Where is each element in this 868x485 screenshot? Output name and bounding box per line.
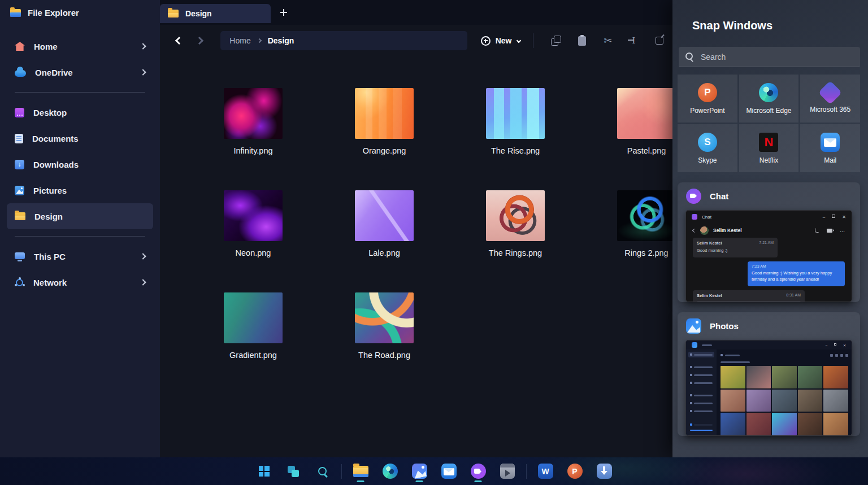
photos-icon: [412, 464, 427, 479]
photo-mosaic: [721, 366, 848, 435]
chat-window-preview[interactable]: Chat – ✕ Selim Kestel: [685, 210, 852, 302]
file-thumbnail: [617, 88, 676, 139]
file-name: Neon.png: [236, 248, 271, 257]
tab-design[interactable]: Design: [160, 4, 271, 23]
app-label: Netflix: [760, 156, 778, 164]
taskbar-chat[interactable]: [467, 460, 489, 483]
file-item-the-rise[interactable]: The Rise.png: [450, 88, 581, 155]
file-item-infinity[interactable]: Infinity.png: [188, 88, 319, 155]
photo-thumbnail: [747, 390, 771, 412]
copy-button[interactable]: [546, 31, 566, 50]
snap-photos-card: Photos – ✕: [678, 312, 860, 436]
forward-icon: [195, 37, 203, 45]
skype-icon: S: [698, 133, 717, 152]
sidebar-item-label: This PC: [34, 252, 66, 261]
file-item-neon[interactable]: Neon.png: [188, 190, 319, 257]
taskbar-file-explorer[interactable]: [350, 460, 371, 483]
chat-message-sent: 7:23 AM Good morning :) Wishing you a ve…: [748, 261, 845, 286]
chat-message-received: Selim Kestel 7:21 AM Good morning :): [693, 238, 778, 257]
message-time: 8:31 AM: [786, 293, 801, 298]
share-icon: [656, 37, 663, 45]
snap-app-powerpoint[interactable]: P PowerPoint: [678, 75, 737, 123]
sidebar-item-network[interactable]: Network: [7, 269, 153, 295]
photo-thumbnail: [772, 390, 797, 412]
sidebar-item-onedrive[interactable]: OneDrive: [7, 59, 153, 85]
sidebar-item-this-pc[interactable]: This PC: [7, 243, 153, 269]
cut-button[interactable]: [598, 31, 618, 50]
snap-app-edge[interactable]: Microsoft Edge: [739, 75, 799, 123]
back-button[interactable]: [169, 30, 189, 51]
chat-contact-row: Selim Kestel: [686, 223, 852, 238]
taskbar-media-player[interactable]: [497, 460, 518, 483]
taskbar-search-button[interactable]: [312, 460, 333, 483]
sidebar-item-pictures[interactable]: Pictures: [7, 177, 153, 203]
desktop-screen: File Explorer Home OneDrive Desktop Docu…: [0, 0, 868, 485]
mail-icon: [821, 133, 840, 152]
snap-search-box[interactable]: [679, 47, 860, 67]
snap-app-skype[interactable]: S Skype: [678, 124, 737, 172]
start-button[interactable]: [253, 460, 275, 483]
file-name: The Rise.png: [491, 146, 540, 155]
taskbar-edge[interactable]: [379, 460, 401, 483]
app-label: Microsoft Edge: [746, 107, 791, 115]
photo-thumbnail: [747, 366, 771, 388]
paste-button[interactable]: [572, 31, 592, 50]
sidebar: File Explorer Home OneDrive Desktop Docu…: [0, 0, 160, 457]
file-item-gradient[interactable]: Gradient.png: [188, 292, 319, 360]
file-item-lale[interactable]: Lale.png: [319, 190, 450, 257]
share-button[interactable]: [650, 31, 669, 50]
sidebar-item-desktop[interactable]: Desktop: [7, 99, 153, 125]
file-name: The Rings.png: [489, 248, 542, 257]
forward-button[interactable]: [189, 30, 210, 51]
taskbar-installer[interactable]: [593, 460, 615, 483]
edge-icon: [759, 83, 778, 102]
downloads-icon: [15, 160, 24, 169]
photos-main: [717, 349, 852, 435]
snap-app-microsoft-365[interactable]: Microsoft 365: [800, 75, 860, 123]
chevron-right-icon[interactable]: [140, 279, 146, 285]
photo-thumbnail: [747, 413, 771, 435]
rename-icon: [632, 35, 636, 46]
file-item-the-road[interactable]: The Road.png: [319, 292, 450, 360]
maximize-icon: [832, 215, 835, 218]
file-thumbnail: [486, 190, 545, 241]
back-icon: [175, 37, 183, 45]
photos-sidebar-item: [688, 400, 714, 406]
chevron-right-icon[interactable]: [140, 253, 146, 259]
snap-chat-card: Chat Chat – ✕ Selim Kestel: [678, 182, 860, 302]
snap-app-mail[interactable]: Mail: [800, 124, 860, 172]
sidebar-item-design[interactable]: Design: [7, 203, 153, 229]
file-item-the-rings[interactable]: The Rings.png: [450, 190, 581, 257]
sidebar-item-home[interactable]: Home: [7, 33, 153, 59]
edge-icon: [383, 464, 398, 479]
file-item-orange[interactable]: Orange.png: [319, 88, 450, 155]
breadcrumb-design[interactable]: Design: [268, 36, 294, 45]
chat-section-header: Chat: [678, 182, 860, 209]
pictures-icon: [15, 186, 24, 195]
sidebar-item-downloads[interactable]: Downloads: [7, 151, 153, 177]
task-view-button[interactable]: [283, 460, 304, 483]
search-input[interactable]: [701, 53, 853, 62]
app-label: PowerPoint: [690, 107, 724, 115]
taskbar-word[interactable]: W: [535, 460, 556, 483]
chevron-right-icon[interactable]: [140, 69, 146, 75]
sidebar-item-documents[interactable]: Documents: [7, 125, 153, 151]
search-icon: [685, 53, 694, 61]
new-tab-button[interactable]: [276, 5, 291, 20]
taskbar-photos[interactable]: [409, 460, 430, 483]
sidebar-nav: Home OneDrive Desktop Documents Download…: [0, 33, 160, 295]
chevron-right-icon[interactable]: [140, 43, 146, 49]
breadcrumb-chevron-icon: [257, 38, 261, 43]
windows-start-icon: [259, 466, 270, 477]
breadcrumb-home[interactable]: Home: [229, 36, 250, 45]
snap-app-netflix[interactable]: N Netflix: [739, 124, 799, 172]
taskbar-powerpoint[interactable]: P: [564, 460, 585, 483]
chat-actions: [815, 225, 845, 235]
search-icon: [317, 466, 328, 477]
photos-sidebar: [686, 349, 717, 435]
new-button[interactable]: New: [481, 36, 520, 46]
photos-window-preview[interactable]: – ✕: [685, 340, 852, 436]
photos-window-body: [686, 349, 852, 435]
rename-button[interactable]: [624, 31, 644, 50]
taskbar-mail[interactable]: [438, 460, 459, 483]
